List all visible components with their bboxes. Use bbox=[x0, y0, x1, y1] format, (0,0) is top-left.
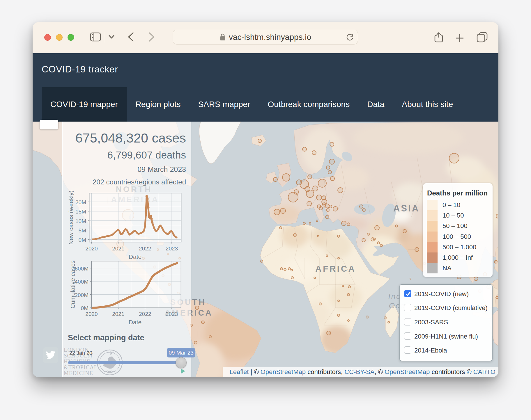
svg-text:2020: 2020 bbox=[85, 311, 98, 317]
svg-text:20M: 20M bbox=[75, 199, 86, 205]
svg-text:2023: 2023 bbox=[166, 311, 178, 317]
svg-text:Date: Date bbox=[129, 253, 141, 260]
svg-text:ASIA: ASIA bbox=[393, 203, 420, 213]
svg-text:2022: 2022 bbox=[139, 311, 151, 317]
svg-text:Date: Date bbox=[129, 319, 141, 325]
svg-text:2021: 2021 bbox=[112, 245, 124, 252]
svg-text:2021: 2021 bbox=[112, 311, 124, 317]
svg-text:5M: 5M bbox=[79, 227, 86, 234]
svg-text:200M: 200M bbox=[75, 292, 88, 298]
svg-text:600M: 600M bbox=[75, 266, 88, 272]
svg-text:2020: 2020 bbox=[85, 245, 98, 252]
svg-text:0M: 0M bbox=[81, 305, 88, 311]
svg-text:0M: 0M bbox=[79, 237, 86, 243]
svg-text:400M: 400M bbox=[75, 279, 88, 285]
svg-text:15M: 15M bbox=[75, 209, 86, 215]
svg-text:Cumulative cases: Cumulative cases bbox=[69, 260, 76, 309]
svg-text:2023: 2023 bbox=[166, 245, 178, 252]
svg-text:2022: 2022 bbox=[139, 245, 151, 252]
svg-text:New cases (weekly): New cases (weekly) bbox=[68, 191, 74, 245]
svg-text:10M: 10M bbox=[75, 218, 86, 224]
svg-text:AFRICA: AFRICA bbox=[315, 264, 356, 273]
